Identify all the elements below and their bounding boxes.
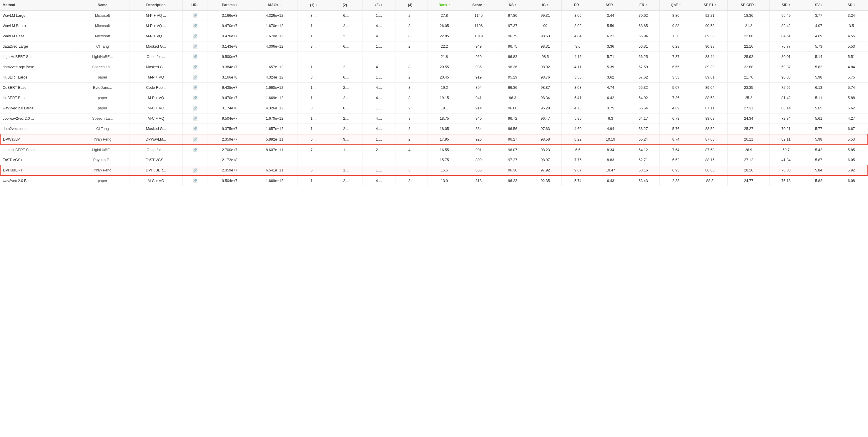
- table-cell: -: [252, 52, 297, 62]
- url-link-icon[interactable]: 🔗: [193, 147, 197, 152]
- table-cell: 935: [461, 62, 496, 72]
- table-cell: LightHuBERT Sta...: [0, 52, 76, 62]
- table-cell: 22.88: [727, 62, 770, 72]
- column-header-sd--[interactable]: SD ↓: [835, 0, 868, 10]
- table-cell: 884: [461, 124, 496, 134]
- table-cell: 81.42: [770, 93, 802, 103]
- table-cell: 2....: [330, 175, 363, 186]
- table-cell: 75.18: [770, 175, 802, 186]
- table-cell: 8.607e+11: [252, 145, 297, 155]
- column-header-description[interactable]: Description: [129, 0, 183, 10]
- table-cell: 4.75: [562, 103, 594, 113]
- column-header--3---[interactable]: (3) ↓: [363, 0, 395, 10]
- table-cell: 17.95: [428, 134, 461, 145]
- table-cell: 65.32: [627, 82, 659, 93]
- table-cell: 3.174e+8: [208, 103, 252, 113]
- table-cell: 70.21: [770, 124, 802, 134]
- url-link-icon[interactable]: 🔗: [193, 85, 197, 90]
- column-header-params--[interactable]: Params ↓: [208, 0, 252, 10]
- table-cell: 3....: [297, 10, 330, 21]
- table-cell: 3.6: [562, 41, 594, 52]
- url-link-icon[interactable]: 🔗: [193, 13, 197, 18]
- table-cell: LightHuBE...: [76, 52, 129, 62]
- table-cell: 1....: [297, 82, 330, 93]
- url-link-icon[interactable]: 🔗: [193, 34, 197, 38]
- column-header-asr--[interactable]: ASR ↓: [594, 0, 627, 10]
- url-link-icon[interactable]: 🔗: [193, 75, 197, 80]
- column-header-name[interactable]: Name: [76, 0, 129, 10]
- table-cell: 1....: [297, 113, 330, 124]
- url-link-icon[interactable]: 🔗: [193, 55, 197, 59]
- column-header-score--[interactable]: Score ↑: [461, 0, 496, 10]
- table-cell: 2....: [363, 145, 395, 155]
- column-header-sf-cer--[interactable]: SF-CER ↓: [727, 0, 770, 10]
- table-cell: 5.65: [802, 103, 835, 113]
- column-header--4---[interactable]: (4) ↓: [395, 0, 428, 10]
- url-link-icon[interactable]: 🔗: [193, 127, 197, 131]
- table-cell: 6.05: [835, 155, 868, 165]
- table-cell: 8....: [395, 62, 428, 72]
- table-cell: 96.72: [496, 113, 529, 124]
- column-header-macs--[interactable]: MACs ↓: [252, 0, 297, 10]
- table-cell: 1.657e+12: [252, 62, 297, 72]
- table-cell: 5.98: [802, 72, 835, 82]
- table-cell: 89.39: [692, 62, 727, 72]
- column-header-pr--[interactable]: PR ↓: [562, 0, 594, 10]
- column-header--1---[interactable]: (1) ↓: [297, 0, 330, 10]
- leaderboard-table-container: MethodNameDescriptionURLParams ↓MACs ↓(1…: [0, 0, 868, 186]
- table-cell: 98.63: [529, 31, 562, 41]
- url-link-icon[interactable]: 🔗: [193, 24, 197, 28]
- column-header-sf-f1--[interactable]: SF-F1 ↑: [692, 0, 727, 10]
- table-cell: 2....: [330, 124, 363, 134]
- table-cell: 🔗: [183, 62, 208, 72]
- table-cell: 90.58: [692, 21, 727, 31]
- table-cell: Speech La...: [76, 113, 129, 124]
- url-link-icon[interactable]: 🔗: [193, 44, 197, 49]
- url-link-icon[interactable]: 🔗: [193, 96, 197, 100]
- table-cell: 20.45: [428, 72, 461, 82]
- url-link-icon[interactable]: 🔗: [193, 168, 197, 173]
- table-cell: LightHuBE...: [76, 145, 129, 155]
- table-cell: 97.27: [496, 155, 529, 165]
- column-header-ks--[interactable]: KS ↑: [496, 0, 529, 10]
- table-cell: 🔗: [183, 93, 208, 103]
- table-cell: 5....: [297, 165, 330, 175]
- table-cell: 7.64: [659, 145, 692, 155]
- url-link-icon[interactable]: 🔗: [193, 178, 197, 183]
- table-cell: 10.47: [594, 165, 627, 175]
- column-header--2---[interactable]: (2) ↓: [330, 0, 363, 10]
- table-cell: 4.94: [594, 124, 627, 134]
- table-cell: 21.8: [428, 52, 461, 62]
- url-link-icon[interactable]: 🔗: [193, 116, 197, 121]
- column-header-sid--[interactable]: SID ↑: [770, 0, 802, 10]
- table-cell: CoBERT Base: [0, 82, 76, 93]
- table-cell: 941: [461, 93, 496, 103]
- column-header-url[interactable]: URL: [183, 0, 208, 10]
- table-cell: 2.172e+8: [208, 155, 252, 165]
- table-cell: 1....: [297, 21, 330, 31]
- table-cell: 26.05: [428, 21, 461, 31]
- table-row: HuBERT LargepaperM-P + VQ🔗3.166e+84.324e…: [0, 72, 868, 82]
- table-cell: 🔗: [183, 10, 208, 21]
- url-link-icon[interactable]: 🔗: [193, 65, 197, 69]
- column-header-qbe--[interactable]: QbE ↑: [659, 0, 692, 10]
- table-cell: 3.24: [835, 10, 868, 21]
- table-cell: 89.38: [692, 31, 727, 41]
- table-cell: Once-for-...: [129, 145, 183, 155]
- column-header-rank--[interactable]: Rank ↑: [428, 0, 461, 10]
- url-link-icon[interactable]: 🔗: [193, 106, 197, 110]
- table-cell: 18.36: [727, 10, 770, 21]
- table-cell: Masked G...: [129, 41, 183, 52]
- url-link-icon[interactable]: 🔗: [193, 137, 197, 142]
- table-cell: 96.75: [496, 41, 529, 52]
- column-header-sv--[interactable]: SV ↓: [802, 0, 835, 10]
- table-cell: 809: [461, 155, 496, 165]
- table-cell: 23.35: [727, 82, 770, 93]
- column-header-method[interactable]: Method: [0, 0, 76, 10]
- table-cell: 9.384e+7: [208, 62, 252, 72]
- table-cell: 1.669e+12: [252, 93, 297, 103]
- table-cell: 96.66: [496, 103, 529, 113]
- column-header-er--[interactable]: ER ↑: [627, 0, 659, 10]
- table-cell: Masked G...: [129, 62, 183, 72]
- column-header-ic--[interactable]: IC ↑: [529, 0, 562, 10]
